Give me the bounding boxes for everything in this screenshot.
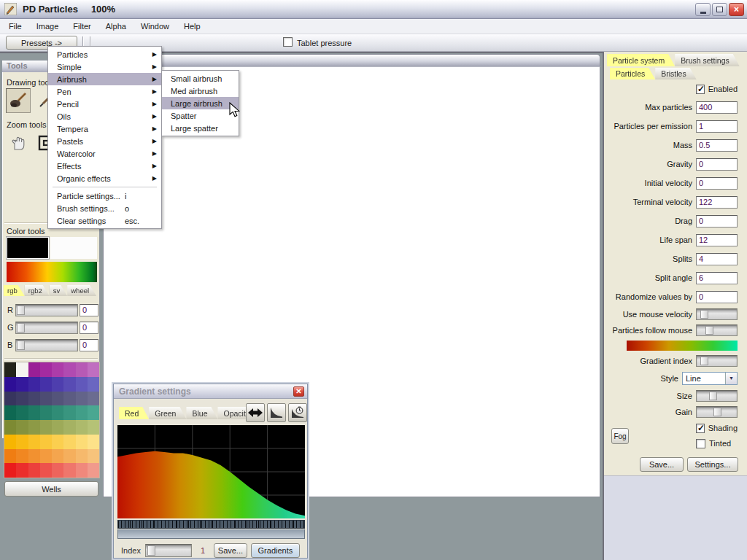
menu-item-clear-settings[interactable]: Clear settingsesc.	[48, 214, 161, 227]
settings-button[interactable]: Settings...	[687, 457, 738, 472]
palette-swatch[interactable]	[52, 463, 63, 478]
submenu-item-spatter[interactable]: Spatter	[162, 109, 239, 122]
slider-handle[interactable]	[17, 323, 25, 332]
color-tab-sv[interactable]: sv	[50, 285, 68, 296]
palette-swatch[interactable]	[63, 435, 75, 449]
palette-swatch[interactable]	[63, 463, 75, 478]
submenu-item-small-airbrush[interactable]: Small airbrush	[162, 72, 239, 85]
palette-swatch[interactable]	[52, 435, 63, 449]
save-button[interactable]: Save...	[640, 457, 684, 472]
r-slider[interactable]	[15, 304, 78, 316]
palette-swatch[interactable]	[16, 377, 28, 392]
tinted-checkbox[interactable]	[696, 439, 705, 448]
gradient-scroll-band[interactable]	[117, 529, 305, 539]
tablet-pressure-checkbox[interactable]	[283, 37, 293, 47]
menu-item-watercolor[interactable]: Watercolor▶	[48, 147, 161, 160]
palette-swatch[interactable]	[63, 362, 75, 377]
channel-tab-green[interactable]: Green	[149, 407, 186, 419]
menu-image[interactable]: Image	[29, 20, 66, 33]
palette-swatch[interactable]	[4, 362, 16, 377]
mass-field[interactable]: 0.5	[696, 139, 738, 152]
channel-tab-blue[interactable]: Blue	[186, 407, 217, 419]
tab-particle-system[interactable]: Particle system	[607, 54, 675, 66]
menu-help[interactable]: Help	[177, 20, 208, 33]
palette-swatch[interactable]	[16, 392, 28, 406]
minimize-button[interactable]	[695, 3, 711, 16]
palette-swatch[interactable]	[76, 405, 88, 420]
palette-swatch[interactable]	[76, 449, 88, 464]
channel-tab-red[interactable]: Red	[119, 407, 149, 419]
palette-swatch[interactable]	[40, 435, 52, 449]
size-slider[interactable]	[696, 390, 738, 402]
restore-button[interactable]	[712, 3, 727, 16]
palette-swatch[interactable]	[63, 420, 75, 435]
palette-swatch[interactable]	[52, 449, 63, 464]
palette-swatch[interactable]	[4, 420, 16, 435]
palette-swatch[interactable]	[88, 362, 99, 377]
gravity-field[interactable]: 0	[696, 158, 738, 171]
color-tab-rgb2[interactable]: rgb2	[25, 285, 50, 296]
decay-curve-button[interactable]	[267, 403, 286, 422]
palette-swatch[interactable]	[16, 405, 28, 420]
palette-swatch[interactable]	[40, 449, 52, 464]
palette-swatch[interactable]	[88, 392, 99, 406]
tab-brush-settings[interactable]: Brush settings	[675, 54, 740, 66]
slider-handle[interactable]	[17, 341, 25, 350]
color-spectrum-strip[interactable]	[7, 262, 97, 282]
slider-handle[interactable]	[705, 326, 713, 335]
palette-swatch[interactable]	[4, 392, 16, 406]
background-color-swatch[interactable]	[50, 237, 97, 259]
enabled-checkbox[interactable]	[696, 85, 705, 94]
menu-item-pen[interactable]: Pen▶	[48, 85, 161, 98]
index-slider-handle[interactable]	[147, 545, 155, 556]
gain-slider[interactable]	[696, 406, 738, 418]
palette-swatch[interactable]	[52, 420, 63, 435]
palette-swatch[interactable]	[4, 449, 16, 464]
palette-swatch[interactable]	[76, 362, 88, 377]
use-mouse-velocity-slider[interactable]	[696, 308, 738, 320]
gradient-save-button[interactable]: Save...	[214, 543, 247, 558]
palette-swatch[interactable]	[52, 362, 63, 377]
menu-item-pencil[interactable]: Pencil▶	[48, 98, 161, 110]
gradient-close-button[interactable]: ✕	[293, 386, 304, 397]
g-value-field[interactable]: 0	[80, 322, 98, 334]
menu-item-brush-settings[interactable]: Brush settings...o	[48, 202, 161, 214]
terminal-velocity-field[interactable]: 122	[696, 196, 738, 209]
color-tab-wheel[interactable]: wheel	[67, 285, 96, 296]
split-angle-field[interactable]: 6	[696, 272, 738, 284]
submenu-item-large-spatter[interactable]: Large spatter	[162, 122, 239, 134]
submenu-item-large-airbrush[interactable]: Large airbrush	[162, 97, 239, 109]
palette-swatch[interactable]	[40, 420, 52, 435]
menu-item-airbrush[interactable]: Airbrush▶	[48, 73, 161, 85]
palette-swatch[interactable]	[28, 362, 40, 377]
palette-swatch[interactable]	[76, 463, 88, 478]
initial-velocity-field[interactable]: 0	[696, 177, 738, 190]
palette-swatch[interactable]	[28, 405, 40, 420]
particles-per-emission-field[interactable]: 1	[696, 120, 738, 133]
canvas-title-bar[interactable]	[103, 54, 600, 66]
palette-swatch[interactable]	[88, 435, 99, 449]
menu-item-organic-effects[interactable]: Organic effects▶	[48, 172, 161, 184]
particle-gradient-preview[interactable]	[627, 341, 738, 351]
menu-item-effects[interactable]: Effects▶	[48, 160, 161, 172]
menu-item-oils[interactable]: Oils▶	[48, 110, 161, 122]
splits-field[interactable]: 4	[696, 253, 738, 265]
palette-swatch[interactable]	[88, 405, 99, 420]
palette-swatch[interactable]	[88, 463, 99, 478]
r-value-field[interactable]: 0	[80, 304, 98, 316]
palette-swatch[interactable]	[40, 392, 52, 406]
subtab-particles[interactable]: Particles	[610, 68, 655, 79]
wells-button[interactable]: Wells	[4, 481, 98, 497]
drag-field[interactable]: 0	[696, 215, 738, 228]
subtab-bristles[interactable]: Bristles	[655, 68, 696, 79]
index-slider[interactable]	[145, 544, 192, 557]
menu-item-simple[interactable]: Simple▶	[48, 61, 161, 73]
particles-follow-mouse-slider[interactable]	[696, 324, 738, 336]
palette-swatch[interactable]	[28, 420, 40, 435]
menu-item-particle-settings[interactable]: Particle settings...i	[48, 190, 161, 202]
palette-swatch[interactable]	[4, 377, 16, 392]
palette-swatch[interactable]	[40, 362, 52, 377]
pan-tool-button[interactable]	[6, 131, 31, 155]
slider-handle[interactable]	[17, 306, 25, 315]
palette-swatch[interactable]	[16, 435, 28, 449]
